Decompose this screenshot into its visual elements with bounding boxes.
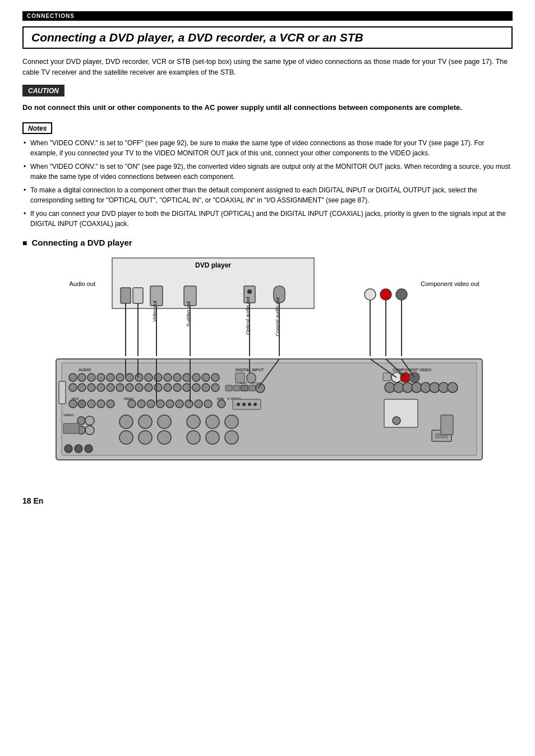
page-number: 18 En (22, 496, 513, 505)
svg-rect-2 (133, 288, 143, 303)
svg-point-54 (211, 384, 219, 391)
svg-point-88 (253, 403, 257, 406)
diagram-area: DVD player Audio out Component video out… (22, 255, 513, 496)
notes-list: When "VIDEO CONV." is set to "OFF" (see … (22, 138, 513, 229)
svg-point-93 (85, 426, 94, 435)
svg-rect-61 (233, 385, 240, 391)
svg-point-97 (187, 415, 200, 428)
svg-point-44 (116, 384, 124, 391)
svg-point-80 (204, 400, 212, 408)
svg-point-38 (211, 374, 219, 381)
svg-point-75 (156, 400, 164, 408)
svg-point-91 (85, 416, 94, 425)
note-item: To make a digital connection to a compon… (22, 185, 513, 205)
svg-point-69 (97, 400, 105, 408)
svg-point-46 (135, 384, 143, 391)
section-label: CONNECTIONS (27, 13, 75, 19)
svg-point-29 (126, 374, 133, 381)
svg-point-104 (206, 431, 219, 444)
svg-point-30 (135, 374, 143, 381)
svg-point-96 (158, 415, 171, 428)
svg-point-31 (145, 374, 153, 381)
svg-rect-106 (63, 423, 79, 434)
page-title-box: Connecting a DVD player, a DVD recorder,… (22, 26, 513, 49)
svg-point-41 (87, 384, 95, 391)
svg-rect-60 (225, 385, 232, 391)
svg-point-49 (164, 384, 172, 391)
svg-point-39 (69, 384, 77, 391)
svg-point-82 (218, 400, 225, 408)
svg-point-28 (116, 374, 124, 381)
svg-point-37 (202, 374, 210, 381)
svg-text:AUDIO: AUDIO (79, 368, 91, 372)
note-item: If you can connect your DVD player to bo… (22, 209, 513, 229)
svg-point-85 (237, 403, 240, 406)
svg-point-26 (97, 374, 105, 381)
svg-point-45 (126, 384, 133, 391)
svg-rect-137 (59, 381, 66, 404)
caution-text: Do not connect this unit or other compon… (22, 102, 513, 114)
svg-point-124 (393, 417, 400, 425)
svg-point-67 (78, 400, 86, 408)
svg-point-98 (206, 415, 219, 428)
component-video-label: Component video out (421, 280, 479, 287)
section-header: CONNECTIONS (22, 11, 513, 21)
svg-point-53 (202, 384, 210, 391)
svg-point-35 (183, 374, 191, 381)
svg-rect-62 (241, 385, 248, 391)
note-item: When "VIDEO CONV." is set to "ON" (see p… (22, 162, 513, 182)
svg-rect-111 (383, 373, 391, 381)
svg-point-23 (69, 374, 77, 381)
svg-point-6 (247, 289, 252, 294)
svg-rect-63 (249, 385, 256, 391)
svg-point-36 (192, 374, 200, 381)
note-item: When "VIDEO CONV." is set to "OFF" (see … (22, 138, 513, 158)
svg-point-100 (119, 431, 133, 444)
svg-point-122 (448, 382, 458, 393)
svg-point-78 (185, 400, 193, 408)
svg-point-27 (107, 374, 114, 381)
svg-point-108 (75, 445, 82, 453)
svg-point-52 (192, 384, 200, 391)
svg-point-66 (69, 400, 77, 408)
svg-rect-123 (384, 399, 418, 427)
svg-point-50 (173, 384, 181, 391)
svg-point-43 (107, 384, 114, 391)
svg-point-33 (164, 374, 172, 381)
svg-point-79 (195, 400, 202, 408)
svg-point-103 (187, 431, 200, 444)
svg-rect-1 (121, 288, 131, 303)
svg-point-51 (183, 384, 191, 391)
intro-text: Connect your DVD player, DVD recorder, V… (22, 57, 513, 78)
svg-rect-127 (441, 415, 453, 435)
svg-point-47 (145, 384, 153, 391)
svg-point-107 (64, 445, 72, 453)
diagram-svg: DVD player Audio out Component video out… (22, 255, 513, 496)
svg-point-70 (107, 400, 114, 408)
svg-point-8 (365, 289, 376, 300)
page-title: Connecting a DVD player, a DVD recorder,… (31, 31, 363, 44)
audio-out-label: Audio out (70, 280, 95, 287)
svg-point-10 (396, 289, 407, 300)
svg-point-24 (78, 374, 86, 381)
svg-point-95 (139, 415, 152, 428)
svg-point-74 (147, 400, 155, 408)
svg-point-68 (87, 400, 95, 408)
caution-label-box: CAUTION (22, 85, 64, 96)
notes-label: Notes (28, 125, 47, 132)
svg-point-77 (176, 400, 183, 408)
svg-point-87 (248, 403, 251, 406)
svg-point-40 (78, 384, 86, 391)
svg-text:DVD: DVD (240, 381, 247, 385)
svg-point-102 (158, 431, 171, 444)
caution-label: CAUTION (28, 87, 59, 95)
svg-point-25 (87, 374, 95, 381)
svg-point-34 (173, 374, 181, 381)
svg-point-72 (128, 400, 136, 408)
svg-point-76 (166, 400, 174, 408)
svg-point-99 (225, 415, 238, 428)
svg-point-32 (154, 374, 162, 381)
svg-point-101 (139, 431, 152, 444)
svg-point-94 (119, 415, 133, 428)
svg-point-73 (137, 400, 145, 408)
